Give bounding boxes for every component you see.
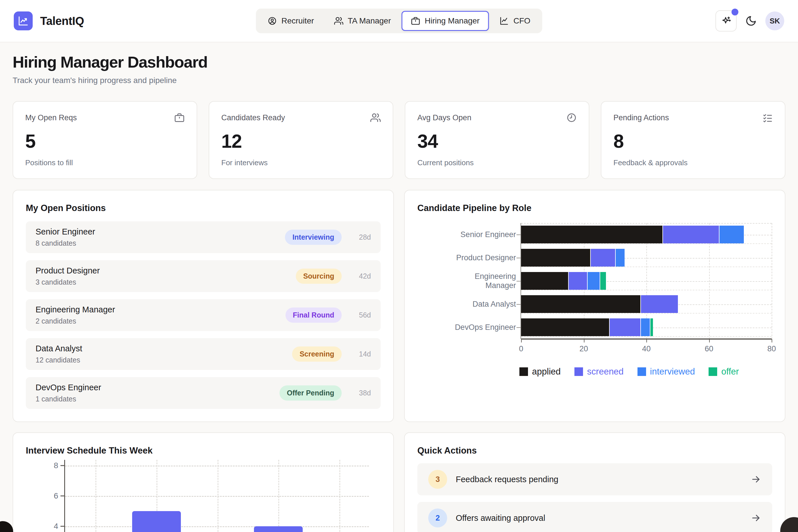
quick-actions-list: 3 Feedback requests pending 2 Offers awa…: [417, 463, 772, 532]
pipeline-bar-segment-screened: [568, 272, 587, 290]
role-tab-bar: RecruiterTA ManagerHiring ManagerCFO: [256, 8, 542, 33]
pipeline-category-label: Data Analyst: [447, 292, 516, 316]
pipeline-chart: 020406080 Senior Engineer Product Design…: [417, 223, 772, 377]
pipeline-category-label: Product Designer: [447, 246, 516, 269]
pipeline-bar-segment-applied: [521, 226, 663, 243]
y-tick: [60, 526, 65, 527]
app-logo: [14, 12, 33, 30]
x-gridline: [772, 223, 772, 339]
tab-cfo[interactable]: CFO: [490, 11, 540, 31]
position-row[interactable]: Product Designer 3 candidates Sourcing 4…: [26, 260, 381, 292]
ai-assistant-button[interactable]: [715, 10, 737, 32]
x-tick-label: 80: [767, 344, 776, 353]
legend-label: applied: [532, 366, 561, 377]
x-tick-label: 0: [519, 344, 523, 353]
schedule-bar: [132, 511, 181, 532]
tab-ta-manager[interactable]: TA Manager: [325, 11, 400, 31]
pipeline-bar: [521, 249, 624, 267]
quick-action-row[interactable]: 3 Feedback requests pending: [417, 463, 772, 495]
x-tick-label: 60: [705, 344, 713, 353]
y-tick-label: 6: [44, 491, 58, 500]
status-badge: Interviewing: [285, 230, 342, 245]
y-gridline: [521, 267, 772, 267]
moon-icon: [745, 15, 757, 26]
stat-value: 5: [25, 130, 185, 152]
pipeline-category-label: DevOps Engineer: [447, 316, 516, 339]
stat-label: Candidates Ready: [221, 113, 285, 122]
dashboard-content: Hiring Manager Dashboard Track your team…: [0, 53, 798, 532]
pipeline-bar-segment-offer: [600, 272, 606, 290]
x-tick-label: 20: [579, 344, 588, 353]
pipeline-row: Product Designer: [521, 246, 772, 269]
count-badge: 2: [428, 509, 447, 527]
tab-label: TA Manager: [348, 16, 391, 25]
pipeline-bar: [521, 226, 744, 243]
user-circle-icon: [268, 16, 277, 25]
tab-hiring-manager[interactable]: Hiring Manager: [402, 11, 489, 31]
pipeline-category-label: Senior Engineer: [447, 223, 516, 246]
users-icon: [334, 16, 343, 25]
pipeline-bar-segment-screened: [590, 249, 615, 267]
pipeline-row: Engineering Manager: [521, 269, 772, 292]
legend-item-offer: offer: [709, 366, 739, 377]
stat-label: Pending Actions: [613, 113, 669, 122]
briefcase-icon: [411, 16, 420, 25]
legend-label: interviewed: [650, 366, 695, 377]
y-tick-label: 8: [44, 461, 58, 470]
stat-card: My Open Reqs 5 Positions to fill: [13, 101, 197, 179]
days-open: 14d: [350, 350, 371, 358]
pipeline-bar-segment-offer: [650, 318, 653, 336]
tab-label: Hiring Manager: [425, 16, 479, 25]
stat-sublabel: Current positions: [417, 158, 577, 167]
interview-schedule-panel: Interview Schedule This Week 864: [13, 432, 394, 532]
position-row[interactable]: Engineering Manager 2 candidates Final R…: [26, 299, 381, 331]
positions-list: Senior Engineer 8 candidates Interviewin…: [26, 221, 381, 409]
x-tick: [772, 339, 772, 342]
position-row[interactable]: Senior Engineer 8 candidates Interviewin…: [26, 221, 381, 253]
main-panels-row: My Open Positions Senior Engineer 8 cand…: [13, 190, 785, 422]
y-tick: [60, 496, 65, 496]
stat-value: 8: [613, 130, 773, 152]
theme-toggle-button[interactable]: [745, 15, 757, 26]
briefcase-icon: [174, 113, 185, 123]
schedule-plot-area: 864: [64, 460, 369, 532]
top-navbar: TalentIQ RecruiterTA ManagerHiring Manag…: [0, 0, 798, 42]
position-row[interactable]: DevOps Engineer 1 candidates Offer Pendi…: [26, 377, 381, 409]
quick-action-row[interactable]: 2 Offers awaiting approval: [417, 502, 772, 532]
position-candidates: 8 candidates: [36, 239, 95, 247]
legend-item-applied: applied: [520, 366, 561, 377]
y-tick: [516, 258, 521, 258]
quick-action-label: Feedback requests pending: [456, 475, 742, 484]
x-gridline: [339, 460, 340, 532]
chart-legend: appliedscreenedinterviewedoffer: [486, 366, 772, 377]
panel-title: My Open Positions: [26, 203, 381, 213]
x-axis: [521, 339, 772, 340]
legend-swatch: [520, 367, 528, 376]
legend-swatch: [709, 367, 717, 376]
y-tick: [516, 304, 521, 305]
quick-action-label: Offers awaiting approval: [456, 513, 742, 523]
pipeline-bar-segment-screened: [663, 226, 719, 243]
quick-actions-panel: Quick Actions 3 Feedback requests pendin…: [404, 432, 785, 532]
y-gridline: [65, 496, 369, 497]
stat-sublabel: Positions to fill: [25, 158, 185, 167]
pipeline-bar: [521, 318, 653, 336]
legend-label: screened: [587, 366, 624, 377]
position-role: DevOps Engineer: [36, 383, 101, 392]
pipeline-category-label: Engineering Manager: [447, 269, 516, 292]
pipeline-row: DevOps Engineer: [521, 316, 772, 339]
y-tick: [516, 327, 521, 328]
position-role: Product Designer: [36, 266, 100, 276]
days-open: 38d: [350, 389, 371, 397]
pipeline-bar-segment-applied: [521, 249, 590, 267]
legend-item-screened: screened: [575, 366, 624, 377]
pipeline-bar-segment-screened: [640, 295, 678, 313]
tab-recruiter[interactable]: Recruiter: [258, 11, 324, 31]
chart-line-icon: [500, 16, 509, 25]
stat-card: Avg Days Open 34 Current positions: [405, 101, 589, 179]
user-avatar[interactable]: SK: [765, 12, 784, 30]
position-row[interactable]: Data Analyst 12 candidates Screening 14d: [26, 338, 381, 370]
checklist-icon: [762, 113, 773, 123]
pipeline-bar-segment-applied: [521, 272, 568, 290]
trending-chart-icon: [18, 16, 29, 26]
